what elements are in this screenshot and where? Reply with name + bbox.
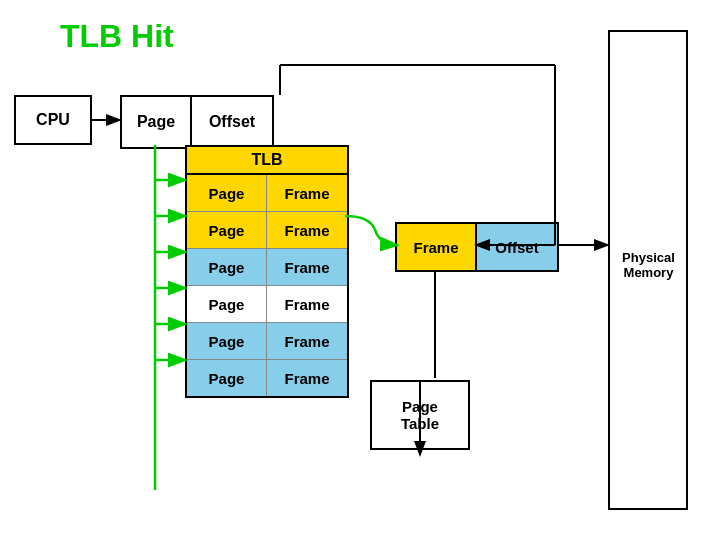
tlb-page-6: Page	[187, 360, 267, 396]
tlb-frame-2: Frame	[267, 212, 347, 248]
page-table-label: PageTable	[401, 398, 439, 432]
tlb-frame-1: Frame	[267, 175, 347, 211]
page-cell: Page	[122, 97, 192, 147]
tlb-page-3: Page	[187, 249, 267, 285]
physical-memory-label: PhysicalMemory	[596, 250, 701, 280]
frame-offset-output: Frame Offset	[395, 222, 559, 272]
tlb-frame-3: Frame	[267, 249, 347, 285]
table-row: Page Frame	[187, 360, 347, 396]
tlb-page-5: Page	[187, 323, 267, 359]
table-row: Page Frame	[187, 212, 347, 249]
tlb-frame-4: Frame	[267, 286, 347, 322]
cpu-box: CPU	[14, 95, 92, 145]
cpu-label: CPU	[36, 111, 70, 129]
tlb-header: TLB	[187, 147, 347, 175]
page-table-box: PageTable	[370, 380, 470, 450]
table-row: Page Frame	[187, 175, 347, 212]
tlb-page-4: Page	[187, 286, 267, 322]
page-offset-box: Page Offset	[120, 95, 274, 149]
frame-out-cell: Frame	[397, 224, 477, 270]
tlb-page-1: Page	[187, 175, 267, 211]
table-row: Page Frame	[187, 249, 347, 286]
table-row: Page Frame	[187, 286, 347, 323]
tlb-table: TLB Page Frame Page Frame Page Frame Pag…	[185, 145, 349, 398]
tlb-frame-6: Frame	[267, 360, 347, 396]
offset-out-cell: Offset	[477, 224, 557, 270]
tlb-frame-5: Frame	[267, 323, 347, 359]
tlb-page-2: Page	[187, 212, 267, 248]
page-title: TLB Hit	[60, 18, 174, 55]
offset-cell: Offset	[192, 97, 272, 147]
table-row: Page Frame	[187, 323, 347, 360]
